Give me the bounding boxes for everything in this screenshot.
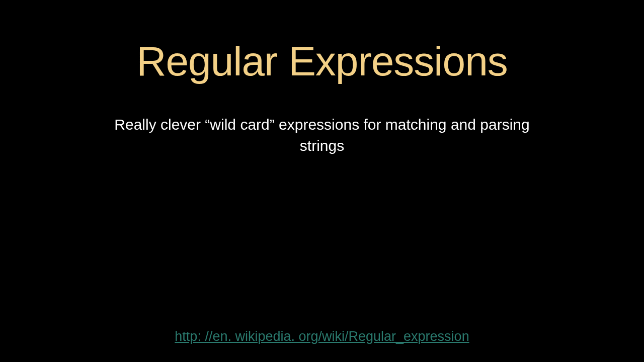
slide-subtitle: Really clever “wild card” expressions fo… [96, 114, 548, 156]
slide-container: Regular Expressions Really clever “wild … [0, 0, 644, 362]
slide-title: Regular Expressions [136, 38, 508, 85]
reference-link[interactable]: http: //en. wikipedia. org/wiki/Regular_… [175, 329, 469, 344]
